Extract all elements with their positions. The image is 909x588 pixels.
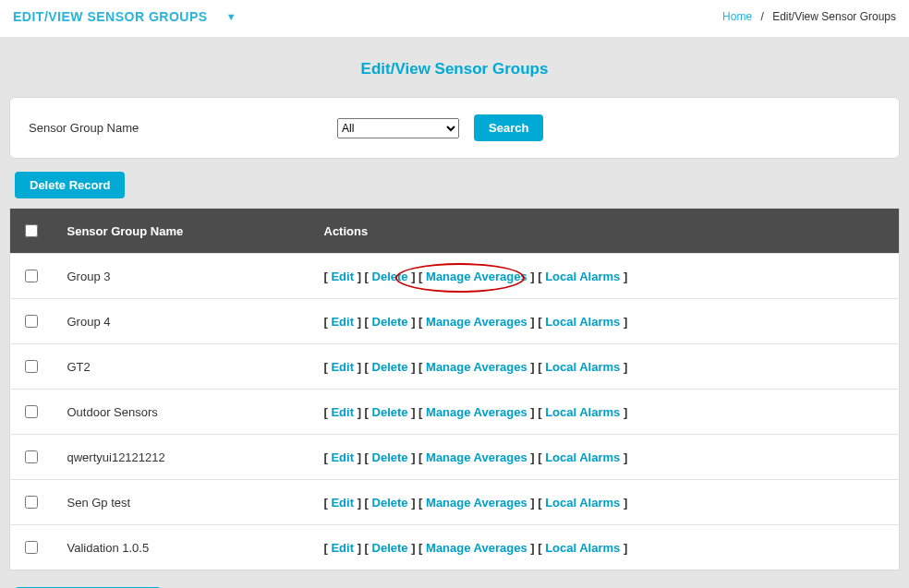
row-actions: [ Edit ] [ Delete ] [ Manage Averages ] …	[313, 299, 900, 344]
table-row: Sen Gp test[ Edit ] [ Delete ] [ Manage …	[10, 480, 900, 525]
bracket: ]	[620, 541, 627, 555]
select-all-header	[10, 209, 56, 254]
breadcrumb-current: Edit/View Sensor Groups	[772, 10, 896, 23]
action-delete[interactable]: Delete	[372, 541, 408, 555]
action-local-alarms[interactable]: Local Alarms	[545, 450, 620, 464]
row-checkbox[interactable]	[25, 450, 38, 463]
bracket: ]	[620, 315, 627, 329]
row-actions: [ Edit ] [ Delete ] [ Manage Averages ] …	[313, 254, 900, 299]
bracket: ] [	[408, 450, 427, 464]
action-local-alarms[interactable]: Local Alarms	[545, 405, 620, 419]
action-edit[interactable]: Edit	[331, 541, 354, 555]
page-heading-text: EDIT/VIEW SENSOR GROUPS	[13, 9, 208, 24]
page-heading-dropdown[interactable]: EDIT/VIEW SENSOR GROUPS ▼	[13, 9, 236, 24]
bracket: ] [	[408, 496, 427, 510]
bracket: ] [	[354, 360, 372, 374]
action-delete[interactable]: Delete	[372, 270, 408, 283]
page-title: Edit/View Sensor Groups	[9, 60, 900, 78]
filter-select[interactable]: All	[337, 118, 459, 138]
row-checkbox-cell	[10, 525, 56, 570]
row-actions: [ Edit ] [ Delete ] [ Manage Averages ] …	[313, 390, 900, 435]
breadcrumb-home-link[interactable]: Home	[722, 10, 752, 23]
action-delete[interactable]: Delete	[372, 360, 408, 374]
action-local-alarms[interactable]: Local Alarms	[545, 270, 620, 283]
bracket: ] [	[408, 405, 427, 419]
row-checkbox[interactable]	[25, 496, 38, 509]
bracket: ] [	[354, 541, 372, 555]
bracket: ] [	[527, 315, 546, 329]
bracket: ] [	[408, 541, 427, 555]
row-checkbox[interactable]	[25, 541, 38, 554]
bracket: ]	[620, 270, 627, 283]
bracket: ]	[620, 405, 627, 419]
row-checkbox[interactable]	[25, 315, 38, 328]
delete-record-button[interactable]: Delete Record	[15, 172, 125, 198]
row-checkbox[interactable]	[25, 405, 38, 418]
bracket: ] [	[354, 450, 372, 464]
action-edit[interactable]: Edit	[331, 360, 354, 374]
action-edit[interactable]: Edit	[331, 315, 354, 329]
bracket: ] [	[527, 541, 546, 555]
bracket: ] [	[354, 270, 372, 283]
action-delete[interactable]: Delete	[372, 450, 408, 464]
bracket: ] [	[527, 450, 546, 464]
topbar: EDIT/VIEW SENSOR GROUPS ▼ Home / Edit/Vi…	[0, 0, 909, 38]
filter-label: Sensor Group Name	[23, 121, 300, 135]
row-checkbox-cell	[10, 254, 56, 299]
action-manage-averages[interactable]: Manage Averages	[426, 270, 527, 283]
search-button[interactable]: Search	[474, 114, 543, 141]
row-name: Validation 1.0.5	[56, 525, 313, 570]
action-edit[interactable]: Edit	[331, 405, 354, 419]
bulk-toolbar: Delete Record	[15, 172, 900, 198]
action-edit[interactable]: Edit	[331, 450, 354, 464]
content-area: Edit/View Sensor Groups Sensor Group Nam…	[0, 38, 909, 588]
row-checkbox-cell	[10, 480, 56, 525]
filter-controls: All Search	[337, 114, 543, 141]
row-checkbox-cell	[10, 435, 56, 480]
row-checkbox-cell	[10, 344, 56, 390]
bracket: ] [	[527, 270, 546, 283]
bracket: ] [	[408, 270, 427, 283]
breadcrumb: Home / Edit/View Sensor Groups	[722, 10, 896, 23]
action-local-alarms[interactable]: Local Alarms	[545, 315, 620, 329]
action-manage-averages[interactable]: Manage Averages	[426, 405, 527, 419]
bracket: ] [	[527, 360, 546, 374]
row-checkbox[interactable]	[25, 360, 38, 373]
action-edit[interactable]: Edit	[331, 270, 354, 283]
action-edit[interactable]: Edit	[331, 496, 354, 510]
action-local-alarms[interactable]: Local Alarms	[545, 496, 620, 510]
bracket: ]	[620, 450, 627, 464]
row-actions: [ Edit ] [ Delete ] [ Manage Averages ] …	[313, 525, 900, 570]
row-actions: [ Edit ] [ Delete ] [ Manage Averages ] …	[313, 480, 900, 525]
table-row: Group 4[ Edit ] [ Delete ] [ Manage Aver…	[10, 299, 900, 344]
select-all-checkbox[interactable]	[25, 224, 38, 237]
action-manage-averages[interactable]: Manage Averages	[426, 360, 527, 374]
action-delete[interactable]: Delete	[372, 405, 408, 419]
action-manage-averages[interactable]: Manage Averages	[426, 315, 527, 329]
row-checkbox[interactable]	[25, 270, 38, 282]
table-row: Validation 1.0.5[ Edit ] [ Delete ] [ Ma…	[10, 525, 900, 570]
breadcrumb-separator: /	[760, 10, 763, 23]
bracket: ] [	[354, 496, 372, 510]
row-name: GT2	[56, 344, 313, 390]
bracket: ] [	[408, 315, 427, 329]
row-name: qwertyui12121212	[56, 435, 313, 480]
row-name: Outdoor Sensors	[56, 390, 313, 435]
table-row: qwertyui12121212[ Edit ] [ Delete ] [ Ma…	[10, 435, 900, 480]
action-local-alarms[interactable]: Local Alarms	[545, 360, 620, 374]
table-row: Group 3[ Edit ] [ Delete ] [ Manage Aver…	[10, 254, 900, 299]
action-manage-averages[interactable]: Manage Averages	[426, 450, 527, 464]
bracket: ] [	[354, 315, 372, 329]
action-manage-averages[interactable]: Manage Averages	[426, 541, 527, 555]
action-local-alarms[interactable]: Local Alarms	[545, 541, 620, 555]
action-delete[interactable]: Delete	[372, 315, 408, 329]
row-actions: [ Edit ] [ Delete ] [ Manage Averages ] …	[313, 344, 900, 390]
bracket: ] [	[354, 405, 372, 419]
table-row: Outdoor Sensors[ Edit ] [ Delete ] [ Man…	[10, 390, 900, 435]
action-manage-averages[interactable]: Manage Averages	[426, 496, 527, 510]
row-checkbox-cell	[10, 390, 56, 435]
bracket: ] [	[408, 360, 427, 374]
action-delete[interactable]: Delete	[372, 496, 408, 510]
chevron-down-icon: ▼	[226, 11, 236, 22]
bracket: ]	[620, 360, 627, 374]
